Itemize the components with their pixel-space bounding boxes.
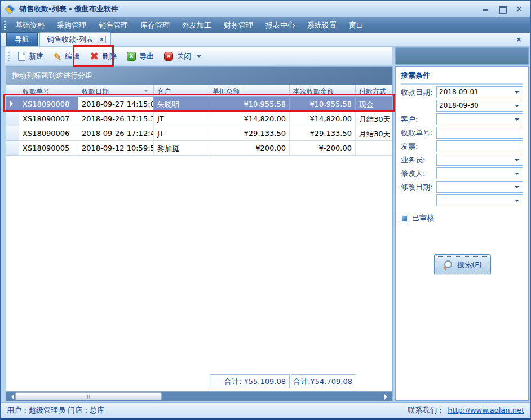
cell-receipt-date: 2018-09-26 17:12:44: [78, 126, 154, 141]
menu-item-finance[interactable]: 财务管理: [218, 17, 259, 33]
new-button[interactable]: 新建: [13, 48, 48, 64]
scroll-left-icon[interactable]: [8, 394, 14, 400]
excel-export-icon: [127, 52, 136, 61]
close-icon[interactable]: ×: [515, 6, 523, 12]
menu-item-reports[interactable]: 报表中心: [259, 17, 301, 33]
cell-customer: JT: [154, 112, 209, 126]
sort-desc-icon: [144, 90, 148, 94]
receipt-date-label: 收款日期:: [401, 87, 436, 98]
export-button[interactable]: 导出: [122, 48, 159, 64]
group-by-bar[interactable]: 拖动列标题到这进行分组: [6, 67, 392, 85]
cell-receipt-date: 2018-09-12 10:59:51: [78, 141, 154, 156]
modify-date-to-field[interactable]: [436, 194, 523, 206]
edit-button[interactable]: 编辑: [48, 48, 85, 64]
menu-item-sales[interactable]: 销售管理: [92, 17, 134, 33]
total-doc-amount: 合计: ¥55,109.08: [210, 374, 290, 388]
scrollbar-grip-icon: [86, 395, 91, 399]
menu-item-system[interactable]: 系统设置: [301, 17, 343, 33]
contact-label: 联系我们：: [408, 405, 444, 415]
total-receipt-amount: 合计:¥54,709.08: [291, 374, 356, 388]
search-panel-title: 搜索条件: [401, 70, 523, 85]
delete-button-label: 删除: [102, 51, 117, 61]
status-bar: 用户：超级管理员 门店：总库 联系我们： http://www.aolan.ne…: [1, 402, 530, 418]
tab-strip: 导航 销售收款-列表 x ×: [1, 33, 530, 47]
salesperson-field[interactable]: [436, 154, 523, 166]
tabstrip-close-icon[interactable]: ×: [516, 36, 530, 43]
receipt-date-from-field[interactable]: 2018-09-01: [436, 86, 523, 98]
window-controls: ×: [481, 6, 530, 12]
cell-doc-total: ¥10,955.58: [209, 97, 290, 112]
customer-label: 客户:: [401, 114, 436, 125]
toolbar-right-panel-block: [395, 47, 529, 65]
invoice-field[interactable]: [436, 140, 523, 152]
header-doc-total[interactable]: 单据总额: [209, 85, 290, 96]
receipt-no-label: 收款单号:: [401, 128, 436, 138]
customer-field[interactable]: [436, 113, 523, 125]
cell-receipt-no: XS18090006: [19, 126, 78, 141]
salesperson-label: 业务员:: [401, 155, 436, 165]
toolbar-grip-icon: [8, 52, 10, 61]
tab-sales-receipt-list[interactable]: 销售收款-列表 x: [39, 32, 111, 46]
cell-customer: 朱晓明: [154, 97, 209, 112]
menu-item-window[interactable]: 窗口: [343, 17, 370, 33]
app-window: 销售收款-列表 - 傲蓝布业软件 × 基础资料 采购管理 销售管理 库存管理 外…: [0, 0, 531, 420]
cell-receipt-date: 2018-09-27 14:15:04: [78, 97, 154, 112]
scrollbar-thumb[interactable]: [15, 392, 162, 400]
cell-receipt-amount: ¥-200.00: [290, 141, 356, 156]
menu-item-inventory[interactable]: 库存管理: [134, 17, 176, 33]
edit-pencil-icon: [54, 52, 61, 61]
tab-close-icon[interactable]: x: [98, 36, 106, 43]
cell-receipt-no: XS18090007: [19, 112, 78, 126]
table-row[interactable]: XS18090006 2018-09-26 17:12:44 JT ¥29,13…: [6, 126, 392, 141]
row-selector-cell: [6, 141, 19, 156]
minimize-icon[interactable]: [481, 6, 489, 12]
modify-date-label: 修改日期:: [401, 182, 436, 192]
header-selector: [6, 85, 19, 96]
cell-receipt-amount: ¥29,133.50: [290, 126, 356, 141]
grid-footer-totals: 合计: ¥55,109.08 合计:¥54,709.08: [6, 374, 392, 389]
header-receipt-amount[interactable]: 本次收款金额: [290, 85, 356, 96]
table-row-selected[interactable]: XS18090008 2018-09-27 14:15:04 朱晓明 ¥10,9…: [6, 97, 392, 112]
header-receipt-date[interactable]: 收款日期: [78, 85, 154, 96]
modify-date-from-field[interactable]: [436, 181, 523, 193]
receipt-no-field[interactable]: [436, 127, 523, 139]
cell-customer: 黎加挺: [154, 141, 209, 156]
cell-payment-method: [356, 141, 392, 156]
close-tab-button[interactable]: 关闭: [159, 48, 206, 64]
grid-header-row: 收款单号 收款日期 客户 单据总额 本次收款金额 付款方式: [6, 85, 392, 97]
row-selector-cell: [6, 126, 19, 141]
cell-receipt-date: 2018-09-26 17:15:32: [78, 112, 154, 126]
chevron-down-icon[interactable]: [197, 55, 201, 60]
maximize-icon[interactable]: [498, 6, 506, 12]
close-red-icon: [164, 52, 173, 61]
delete-button[interactable]: 删除: [85, 48, 122, 64]
delete-x-icon: [90, 51, 99, 61]
audited-checkbox-label: 已审核: [412, 213, 434, 223]
cell-doc-total: ¥14,820.00: [209, 112, 290, 126]
menu-item-basic-data[interactable]: 基础资料: [9, 17, 51, 33]
header-customer[interactable]: 客户: [154, 85, 209, 96]
scroll-right-icon[interactable]: [384, 394, 390, 400]
close-button-label: 关闭: [176, 51, 191, 61]
menu-item-outsourcing[interactable]: 外发加工: [176, 17, 218, 33]
cell-receipt-amount: ¥10,955.58: [290, 97, 356, 112]
header-receipt-no[interactable]: 收款单号: [19, 85, 78, 96]
header-payment-method[interactable]: 付款方式: [356, 85, 392, 96]
table-row[interactable]: XS18090007 2018-09-26 17:15:32 JT ¥14,82…: [6, 112, 392, 126]
audited-checkbox[interactable]: [401, 215, 408, 222]
search-magnifier-icon: [443, 260, 453, 269]
modifier-field[interactable]: [436, 167, 523, 179]
edit-button-label: 编辑: [65, 51, 79, 61]
receipt-date-to-field[interactable]: 2018-09-30: [436, 100, 523, 112]
audited-checkbox-row: 已审核: [401, 213, 523, 223]
search-button[interactable]: 搜索(F): [434, 254, 491, 275]
website-link[interactable]: http://www.aolan.net: [448, 406, 524, 414]
tab-label: 销售收款-列表: [47, 34, 94, 45]
horizontal-scrollbar[interactable]: [6, 391, 392, 401]
cell-payment-method: 现金: [356, 97, 392, 112]
tab-navigation[interactable]: 导航: [6, 32, 38, 46]
table-row[interactable]: XS18090005 2018-09-12 10:59:51 黎加挺 ¥200.…: [6, 141, 392, 156]
row-selector-cell: [6, 112, 19, 126]
menu-item-purchasing[interactable]: 采购管理: [51, 17, 92, 33]
window-title: 销售收款-列表 - 傲蓝布业软件: [19, 4, 118, 14]
